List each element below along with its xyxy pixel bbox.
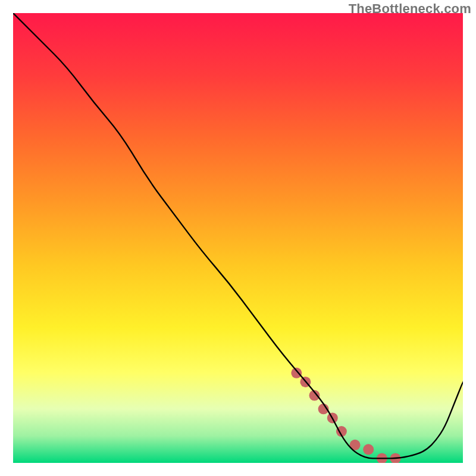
highlight-dot [291, 368, 302, 378]
highlight-dot [363, 444, 374, 455]
chart-svg [13, 13, 463, 463]
gradient-rect [13, 13, 463, 463]
chart-stage: TheBottleneck.com [0, 0, 476, 476]
plot-area [13, 13, 463, 463]
